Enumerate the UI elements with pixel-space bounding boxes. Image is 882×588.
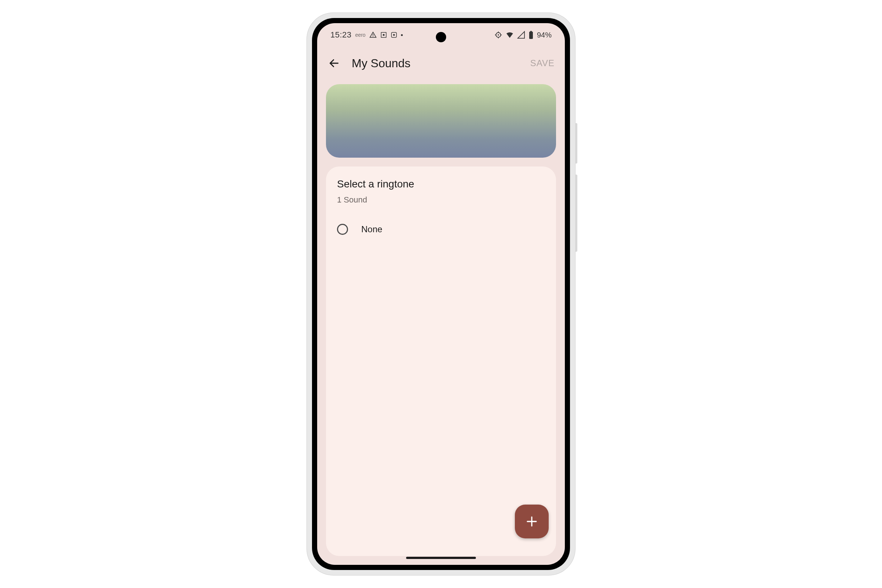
warning-icon [369, 31, 376, 39]
svg-point-0 [373, 36, 374, 36]
ringtone-option-label: None [361, 224, 382, 234]
square-icon [380, 32, 387, 38]
back-button[interactable] [327, 57, 340, 70]
battery-percentage: 94% [537, 31, 552, 39]
ringtone-option-none[interactable]: None [337, 224, 545, 235]
page-title: My Sounds [352, 57, 519, 70]
status-clock: 15:23 [330, 30, 352, 40]
card-title: Select a ringtone [337, 178, 545, 190]
wifi-icon [506, 30, 514, 39]
content-area: Select a ringtone 1 Sound None [317, 80, 565, 565]
preview-gradient-card [326, 84, 556, 158]
status-right: 94% [494, 30, 552, 39]
save-button[interactable]: SAVE [530, 58, 555, 68]
phone-bezel: 15:23 eero [312, 18, 570, 570]
arrow-left-icon [328, 57, 340, 69]
power-button [575, 175, 578, 252]
location-crosshair-icon [494, 31, 502, 39]
status-left: 15:23 eero [330, 30, 403, 40]
svg-rect-8 [530, 31, 532, 32]
cellular-signal-icon [517, 31, 525, 39]
phone-frame: 15:23 eero [307, 13, 575, 575]
screen: 15:23 eero [317, 23, 565, 565]
app-icon [391, 32, 397, 38]
radio-unchecked-icon [337, 224, 348, 235]
app-bar: My Sounds SAVE [317, 46, 565, 80]
status-carrier: eero [356, 32, 366, 38]
add-sound-fab[interactable] [515, 505, 549, 538]
svg-point-6 [498, 34, 499, 36]
plus-icon [525, 515, 538, 528]
svg-rect-3 [382, 34, 384, 36]
ringtone-list-card: Select a ringtone 1 Sound None [326, 166, 556, 556]
svg-rect-7 [529, 32, 533, 39]
volume-button [575, 123, 578, 164]
card-subtitle: 1 Sound [337, 195, 545, 205]
battery-icon [528, 30, 534, 39]
gesture-nav-bar[interactable] [406, 557, 476, 559]
camera-hole [436, 32, 446, 42]
svg-rect-1 [373, 34, 374, 36]
status-dot [401, 34, 403, 36]
